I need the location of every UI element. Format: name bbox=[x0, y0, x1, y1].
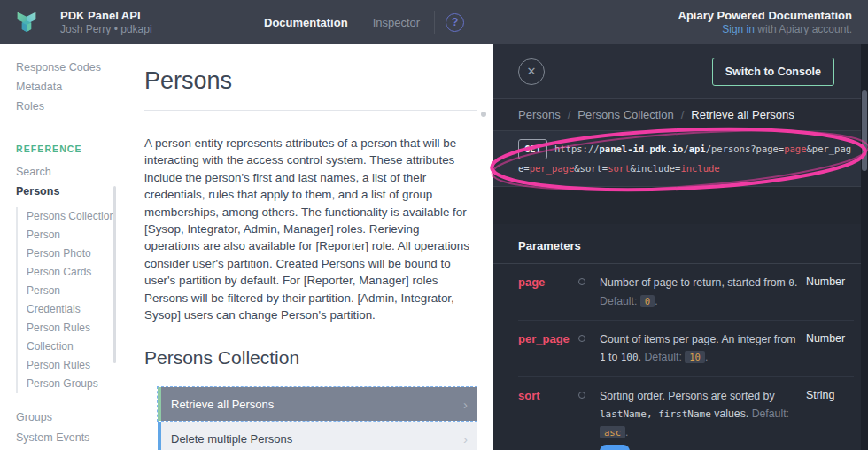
desc-code: 1 bbox=[600, 352, 606, 363]
optional-circle-icon bbox=[578, 387, 600, 450]
sidebar-item-person-photo[interactable]: Person Photo bbox=[27, 244, 117, 263]
sidebar-item-person-rules-collection[interactable]: Person Rules Collection bbox=[27, 319, 117, 356]
sidebar-item-person[interactable]: Person bbox=[27, 226, 117, 244]
sidebar-item-metadata[interactable]: Metadata bbox=[16, 77, 126, 97]
header-divider-2 bbox=[434, 11, 435, 34]
powered-title: Apiary Powered Documentation bbox=[678, 9, 852, 23]
action-retrieve-all-persons[interactable]: Retrieve all Persons › bbox=[158, 387, 477, 421]
sidebar-item-person-credentials[interactable]: Person Credentials bbox=[27, 282, 117, 319]
action-list: Retrieve all Persons › Delete multiple P… bbox=[158, 387, 477, 450]
close-icon[interactable]: ✕ bbox=[518, 58, 545, 85]
param-description: Count of items per page. An integer from… bbox=[600, 330, 802, 367]
optional-circle-icon bbox=[578, 330, 600, 367]
default-label: Default: bbox=[600, 295, 637, 307]
header-nav: Documentation Inspector bbox=[264, 16, 420, 29]
section-title-persons-collection: Persons Collection bbox=[144, 347, 476, 369]
sidebar-section-reference: REFERENCE bbox=[16, 139, 126, 159]
expand-more-button[interactable]: ••• bbox=[600, 445, 630, 450]
sidebar-scrollbar[interactable] bbox=[113, 186, 116, 363]
sign-in-link[interactable]: Sign in bbox=[722, 23, 755, 35]
http-method-badge: GET bbox=[518, 139, 547, 159]
scrollbar-thumb[interactable] bbox=[862, 90, 867, 171]
console-topbar: ✕ Switch to Console bbox=[493, 44, 861, 99]
parameters-title: Parameters bbox=[493, 224, 861, 264]
param-description: Sorting order. Persons are sorted by las… bbox=[600, 387, 802, 450]
parameters-rows: page Number of page to return, started f… bbox=[493, 264, 861, 450]
top-header: PDK Panel API Josh Perry • pdkapi Docume… bbox=[0, 0, 868, 44]
page-title: Persons bbox=[144, 67, 476, 95]
default-label: Default: bbox=[752, 407, 789, 420]
default-badge: 0 bbox=[640, 295, 655, 307]
desc-text: . bbox=[794, 276, 797, 289]
signin-line: Sign in with Apiary account. bbox=[678, 23, 852, 36]
breadcrumb-current: Retrieve all Persons bbox=[691, 108, 794, 121]
app-title-block: PDK Panel API Josh Perry • pdkapi bbox=[60, 9, 264, 36]
sidebar-item-roles[interactable]: Roles bbox=[16, 97, 126, 116]
sidebar-sublist-persons: Persons Collection Person Person Photo P… bbox=[16, 207, 117, 393]
app-root: PDK Panel API Josh Perry • pdkapi Docume… bbox=[0, 0, 868, 450]
sidebar-item-person-rules[interactable]: Person Rules bbox=[27, 356, 117, 375]
panel-scrollbar[interactable] bbox=[861, 44, 868, 450]
desc-text: to bbox=[606, 351, 621, 363]
param-name: sort bbox=[518, 387, 578, 450]
breadcrumb-separator: / bbox=[568, 108, 571, 121]
chevron-right-icon: › bbox=[463, 431, 468, 446]
app-title: PDK Panel API bbox=[60, 9, 264, 23]
breadcrumb-persons[interactable]: Persons bbox=[518, 108, 561, 121]
console-panel: ✕ Switch to Console Persons / Persons Co… bbox=[493, 44, 861, 450]
desc-text: . bbox=[655, 295, 657, 307]
url-scheme: https:// bbox=[554, 144, 600, 154]
desc-text: Number of page to return, started from bbox=[600, 276, 788, 289]
param-row-per-page: per_page Count of items per page. An int… bbox=[518, 321, 854, 377]
console-spacer bbox=[493, 187, 861, 224]
optional-circle-icon bbox=[578, 274, 600, 310]
desc-text: Count of items per page. An integer from bbox=[600, 333, 795, 345]
sidebar-item-persons-collection[interactable]: Persons Collection bbox=[27, 207, 117, 226]
header-divider bbox=[50, 11, 50, 34]
action-delete-multiple-persons[interactable]: Delete multiple Persons › bbox=[158, 422, 477, 450]
desc-code: lastName, firstName bbox=[600, 408, 711, 420]
apiary-block: Apiary Powered Documentation Sign in wit… bbox=[678, 9, 852, 36]
desc-code: 0 bbox=[788, 277, 794, 289]
param-type: String bbox=[806, 387, 854, 450]
url-var-per-page: per_page bbox=[530, 163, 575, 174]
param-name: page bbox=[518, 274, 578, 310]
title-divider bbox=[144, 110, 477, 111]
switch-to-console-button[interactable]: Switch to Console bbox=[712, 58, 834, 86]
chevron-right-icon: › bbox=[463, 397, 468, 412]
sidebar: Response Codes Metadata Roles REFERENCE … bbox=[0, 44, 133, 450]
persons-description: A person entity represents attributes of… bbox=[144, 135, 477, 323]
desc-text: . bbox=[705, 351, 708, 363]
param-type: Number bbox=[806, 330, 854, 367]
default-badge: asc bbox=[600, 426, 625, 438]
sidebar-item-groups[interactable]: Groups bbox=[16, 407, 126, 428]
param-type: Number bbox=[806, 274, 854, 310]
sidebar-bottom-group: Groups System Events Auto Open Floor Gro… bbox=[16, 407, 126, 450]
nav-inspector[interactable]: Inspector bbox=[373, 16, 420, 29]
url-path: /persons?page= bbox=[706, 144, 785, 154]
sidebar-group-persons[interactable]: Persons bbox=[16, 182, 126, 201]
url-amp: &sort= bbox=[574, 163, 608, 174]
action-label: Retrieve all Persons bbox=[171, 398, 463, 411]
param-description: Number of page to return, started from 0… bbox=[600, 274, 802, 310]
pdk-logo-icon bbox=[14, 9, 39, 35]
url-host: panel-id.pdk.io bbox=[600, 144, 684, 154]
sidebar-item-search[interactable]: Search bbox=[16, 162, 126, 182]
param-row-sort: sort Sorting order. Persons are sorted b… bbox=[518, 377, 854, 450]
action-label: Delete multiple Persons bbox=[171, 432, 463, 446]
nav-documentation[interactable]: Documentation bbox=[264, 16, 348, 29]
default-label: Default: bbox=[644, 351, 681, 363]
parameters-section: Parameters page Number of page to return… bbox=[493, 224, 861, 450]
request-url-block: GEThttps://panel-id.pdk.io/api/persons?p… bbox=[493, 130, 861, 187]
sidebar-item-system-events[interactable]: System Events bbox=[16, 428, 126, 448]
sidebar-item-person-cards[interactable]: Person Cards bbox=[27, 263, 117, 282]
app-subtitle: Josh Perry • pdkapi bbox=[60, 23, 264, 36]
sidebar-item-response-codes[interactable]: Response Codes bbox=[16, 58, 126, 77]
url-amp: &include= bbox=[630, 163, 680, 174]
breadcrumb-separator: / bbox=[681, 108, 685, 121]
sidebar-item-person-groups[interactable]: Person Groups bbox=[27, 375, 117, 393]
breadcrumb-persons-collection[interactable]: Persons Collection bbox=[577, 108, 673, 121]
url-api: api bbox=[689, 144, 706, 154]
doc-content: Persons A person entity represents attri… bbox=[133, 44, 493, 450]
help-icon[interactable]: ? bbox=[446, 13, 464, 32]
